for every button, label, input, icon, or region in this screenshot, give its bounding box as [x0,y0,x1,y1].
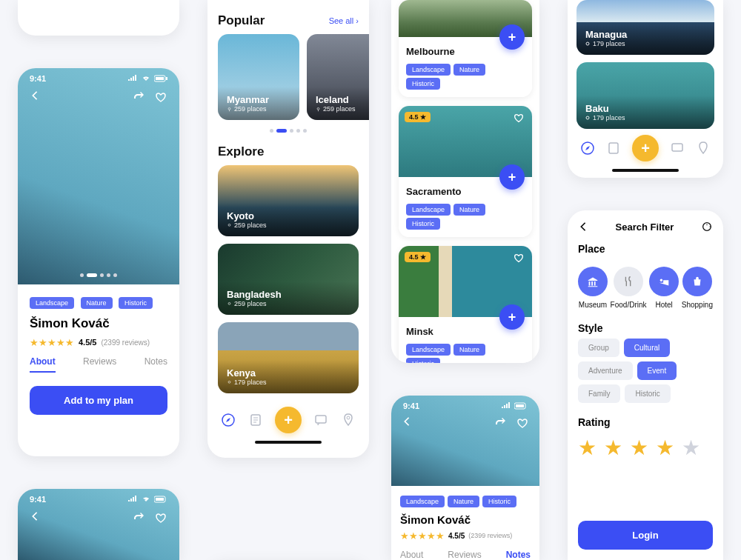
svg-rect-1 [156,77,164,80]
svg-point-21 [586,42,589,45]
tag-landscape[interactable]: Landscape [30,297,74,309]
stars: ★★★★★ [30,336,74,349]
feed-card-sacramento[interactable]: 4.5 ★ + Sacramento LandscapeNatureHistor… [399,106,532,237]
nav-chat-icon[interactable] [670,141,685,156]
svg-point-9 [228,381,230,383]
phone-stub-1 [18,0,179,36]
filter-shopping[interactable]: Shopping [682,267,713,309]
status-icons [127,75,167,82]
nav-add-button[interactable]: + [275,407,302,433]
svg-rect-24 [609,143,618,153]
phone-discover: Popular See all › Myanmar259 places Icel… [207,0,369,458]
svg-rect-12 [316,416,326,423]
rating-badge: 4.5 ★ [405,252,431,262]
svg-rect-4 [156,498,164,501]
nav-compass-icon[interactable] [221,413,236,427]
share-icon[interactable] [132,511,145,524]
chip-historic[interactable]: Historic [625,384,670,403]
tag-historic[interactable]: Historic [119,297,153,309]
chip-event[interactable]: Event [637,361,677,380]
rating-badge: 4.5 ★ [405,112,431,122]
phone-places: Managua179 places Baku179 places + [568,0,723,178]
explore-title: Explore [218,144,264,159]
explore-card-kyoto[interactable]: Kyoto259 places [218,165,359,236]
filter-hotel[interactable]: Hotel [649,267,679,309]
back-button[interactable] [578,221,588,232]
bottom-nav: + [207,401,369,441]
chip-family[interactable]: Family [578,384,620,403]
popular-card-iceland[interactable]: Iceland259 places [307,34,369,120]
status-time: 9:41 [30,74,46,83]
style-label: Style [578,322,713,334]
tab-reviews[interactable]: Reviews [83,356,116,373]
phone-feed: + Melbourne LandscapeNatureHistoric 4.5 … [391,0,539,363]
filter-museum[interactable]: Museum [578,267,608,309]
filter-title: Search Filter [616,221,674,233]
nav-pin-icon[interactable] [696,141,711,156]
phone-detail-variant: 9:41 LandscapeNatureHistoric Šimon Kováč… [391,396,539,560]
add-to-plan-button[interactable]: Add to my plan [30,386,167,415]
svg-rect-20 [516,404,524,407]
nav-doc-icon[interactable] [606,141,621,156]
home-indicator [255,441,322,444]
tab-about[interactable]: About [30,356,56,373]
explore-card-kenya[interactable]: Kenya179 places [218,322,359,393]
back-button[interactable] [30,511,40,524]
phone-stub-detail-2: 9:41 [18,489,179,560]
svg-point-8 [228,302,230,304]
explore-card-bangladesh[interactable]: Bangladesh259 places [218,244,359,315]
svg-point-22 [586,116,589,119]
favorite-icon[interactable] [154,90,167,104]
add-fab[interactable]: + [499,24,525,50]
feed-card-melbourne[interactable]: + Melbourne LandscapeNatureHistoric [399,0,532,97]
nav-doc-icon[interactable] [248,413,263,427]
svg-point-13 [347,416,350,419]
login-button[interactable]: Login [578,521,713,550]
favorite-icon[interactable] [154,511,167,524]
add-fab[interactable]: + [499,304,525,330]
tab-notes[interactable]: Notes [144,356,167,373]
reset-icon[interactable] [701,221,713,233]
rating-stars[interactable]: ★★★★★ [568,433,723,463]
chip-adventure[interactable]: Adventure [578,361,633,380]
tag-nature[interactable]: Nature [81,297,113,309]
chip-cultural[interactable]: Cultural [624,339,670,357]
place-name: Šimon Kováč [30,316,167,331]
svg-point-5 [228,107,230,110]
svg-rect-2 [166,77,167,80]
rating-label: Rating [578,416,713,428]
place-card-managua[interactable]: Managua179 places [576,0,714,55]
filter-food[interactable]: Food/Drink [611,267,647,309]
favorite-icon[interactable] [513,252,525,264]
feed-card-minsk[interactable]: 4.5 ★ + Minsk LandscapeNatureHistoric [399,246,532,363]
nav-compass-icon[interactable] [580,141,595,156]
carousel-dots [18,273,179,277]
back-button[interactable] [30,90,40,104]
chip-group[interactable]: Group [578,339,619,357]
svg-point-7 [228,224,230,226]
share-icon[interactable] [494,416,507,430]
favorite-icon[interactable] [516,416,529,430]
see-all-link[interactable]: See all › [329,16,359,25]
reviews-count: (2399 reviews) [101,339,150,347]
nav-add-button[interactable]: + [632,135,659,161]
add-fab[interactable]: + [499,164,525,190]
popular-title: Popular [218,13,265,28]
tag-row: Landscape Nature Historic [30,295,167,309]
popular-card-myanmar[interactable]: Myanmar259 places [218,34,299,120]
place-card-baku[interactable]: Baku179 places [576,62,714,129]
rating-value: 4.5/5 [79,338,96,347]
nav-pin-icon[interactable] [341,413,356,427]
phone-detail: 9:41 Landscape Nature Historic Šimon Kov… [18,68,179,456]
nav-chat-icon[interactable] [313,413,328,427]
favorite-icon[interactable] [513,112,525,124]
detail-body: Landscape Nature Historic Šimon Kováč ★★… [18,284,179,425]
status-bar: 9:41 [18,68,179,86]
phone-filter: Search Filter Place Museum Food/Drink Ho… [568,210,723,560]
share-icon[interactable] [132,90,145,104]
svg-rect-25 [672,144,682,151]
bottom-nav: + [568,129,723,169]
back-button[interactable] [402,416,412,430]
rating-row: ★★★★★ 4.5/5 (2399 reviews) [30,336,167,349]
detail-tabs: About Reviews Notes [30,356,167,373]
